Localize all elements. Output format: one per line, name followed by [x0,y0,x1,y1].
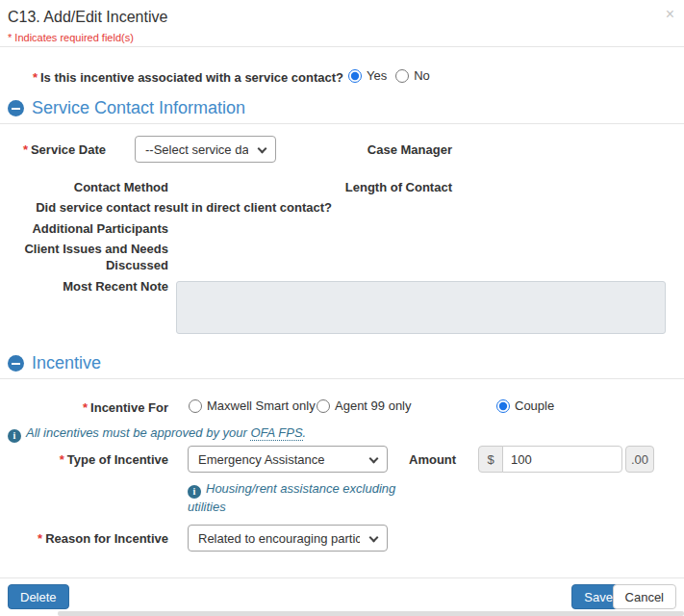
required-fields-note: * Indicates required field(s) [8,32,134,43]
required-asterisk: * [83,400,88,415]
approval-note: iAll incentives must be approved by your… [8,424,306,443]
most-recent-note-label: Most Recent Note [0,279,168,294]
divider [0,123,684,124]
reason-for-incentive-value: Related to encouraging participation [198,531,360,546]
client-issues-label: Client Issues and Needs Discussed [0,241,168,273]
service-date-select[interactable]: --Select service date [135,136,276,163]
couple-label[interactable]: Couple [515,398,554,413]
chevron-down-icon [369,454,379,464]
required-asterisk: * [33,70,38,85]
required-asterisk: * [60,452,64,467]
association-yes-label[interactable]: Yes [367,68,387,83]
chevron-down-icon [258,144,267,154]
type-of-incentive-select[interactable]: Emergency Assistance [188,446,388,473]
service-date-label: *Service Date [0,142,106,157]
association-no-label[interactable]: No [414,68,430,83]
association-radio-group: Yes No [348,68,430,83]
required-asterisk: * [38,531,42,546]
amount-label: Amount [409,452,474,467]
association-yes-radio[interactable] [348,69,362,83]
association-question-label: *Is this incentive associated with a ser… [0,70,343,85]
info-icon: i [8,429,21,443]
section-title: Incentive [32,353,101,373]
maxwell-smart-only-radio[interactable] [189,399,202,413]
case-manager-label: Case Manager [342,142,452,157]
type-of-incentive-label: *Type of Incentive [0,452,168,467]
dialog-title: C13. Add/Edit Incentive [8,9,167,26]
close-icon[interactable]: × [666,7,674,22]
incentive-for-option-2: Agent 99 only [317,398,412,413]
add-edit-incentive-dialog: C13. Add/Edit Incentive × * Indicates re… [0,0,684,616]
horizontal-scrollbar[interactable] [58,611,684,616]
direct-contact-label: Did service contact result in direct cli… [0,200,332,215]
couple-radio[interactable] [496,399,510,413]
amount-cents-addon: .00 [625,446,654,473]
ofa-fps-abbr[interactable]: OFA FPS [250,425,302,441]
amount-input[interactable] [502,446,622,473]
service-contact-section-header[interactable]: Service Contact Information [8,98,245,118]
incentive-for-label: *Incentive For [0,400,168,415]
chevron-down-icon [369,533,379,543]
section-title: Service Contact Information [32,98,245,118]
agent-99-only-radio[interactable] [317,399,330,413]
delete-button[interactable]: Delete [8,584,69,609]
maxwell-smart-only-label[interactable]: Maxwell Smart only [207,398,316,413]
collapse-icon[interactable] [8,100,24,116]
incentive-section-header[interactable]: Incentive [8,353,101,373]
info-icon: i [188,485,201,499]
required-asterisk: * [23,142,28,157]
service-date-value: --Select service date [145,142,248,157]
collapse-icon[interactable] [8,355,24,372]
reason-for-incentive-label: *Reason for Incentive [0,531,168,546]
association-no-radio[interactable] [395,69,409,83]
divider [0,578,684,578]
type-help-note: iHousing/rent assistance excluding utili… [188,480,401,516]
reason-for-incentive-select[interactable]: Related to encouraging participation [188,525,388,552]
type-of-incentive-value: Emergency Assistance [198,452,325,467]
incentive-for-option-3: Couple [496,398,554,413]
amount-currency-addon: $ [478,446,503,473]
length-of-contact-label: Length of Contact [342,180,452,194]
incentive-for-option-1: Maxwell Smart only [189,398,316,413]
contact-method-label: Contact Method [0,180,168,194]
agent-99-only-label[interactable]: Agent 99 only [335,398,412,413]
divider [0,46,684,47]
most-recent-note-textarea [176,281,666,334]
additional-participants-label: Additional Participants [0,221,168,236]
cancel-button[interactable]: Cancel [613,584,676,609]
divider [0,378,684,379]
